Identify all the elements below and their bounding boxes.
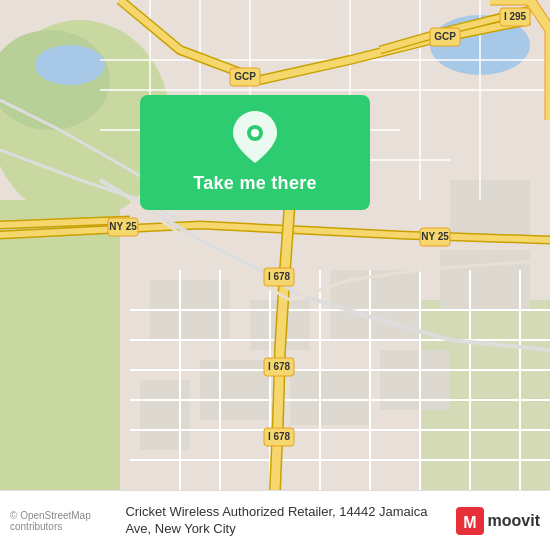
- moovit-logo: M moovit: [456, 507, 540, 535]
- location-pin-icon: [233, 111, 277, 163]
- svg-rect-14: [440, 250, 530, 310]
- location-card: Take me there: [140, 95, 370, 210]
- svg-text:I 678: I 678: [268, 431, 291, 442]
- take-me-there-button[interactable]: Take me there: [193, 173, 317, 194]
- svg-text:GCP: GCP: [234, 71, 256, 82]
- svg-text:I 678: I 678: [268, 361, 291, 372]
- svg-rect-15: [450, 180, 530, 235]
- svg-text:I 678: I 678: [268, 271, 291, 282]
- location-info: Cricket Wireless Authorized Retailer, 14…: [125, 504, 447, 538]
- map-svg: I 295 GCP GCP NY 25 NY 25 I 678 I 678 I …: [0, 0, 550, 490]
- svg-text:GCP: GCP: [434, 31, 456, 42]
- bottom-bar: © OpenStreetMap contributors Cricket Wir…: [0, 490, 550, 550]
- svg-text:I 295: I 295: [504, 11, 527, 22]
- svg-rect-11: [290, 370, 370, 425]
- svg-text:NY 25: NY 25: [421, 231, 449, 242]
- map-container: I 295 GCP GCP NY 25 NY 25 I 678 I 678 I …: [0, 0, 550, 490]
- svg-text:NY 25: NY 25: [109, 221, 137, 232]
- moovit-brand-text: moovit: [488, 512, 540, 530]
- copyright-text: © OpenStreetMap contributors: [10, 510, 117, 532]
- svg-point-57: [251, 129, 259, 137]
- svg-text:M: M: [463, 514, 476, 531]
- moovit-icon: M: [456, 507, 484, 535]
- svg-rect-2: [0, 200, 120, 490]
- svg-rect-13: [140, 380, 190, 450]
- svg-point-5: [35, 45, 105, 85]
